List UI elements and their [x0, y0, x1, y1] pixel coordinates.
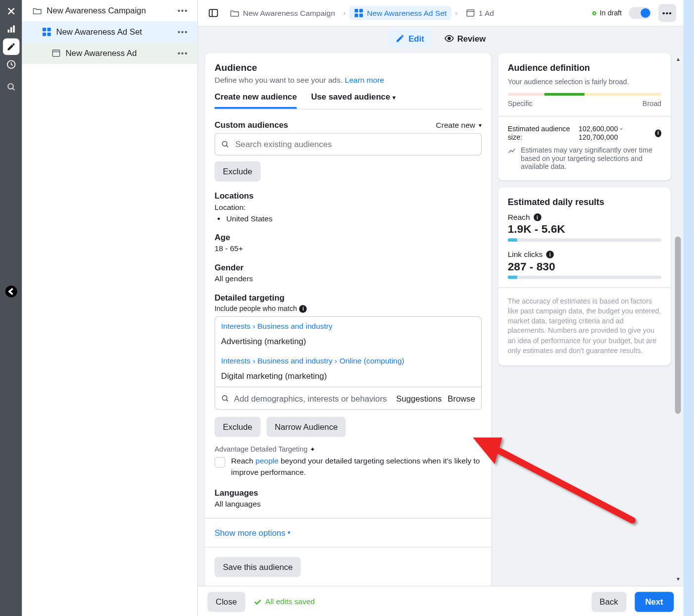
info-icon[interactable]: i [546, 251, 554, 258]
crumb-adset[interactable]: New Awareness Ad Set [349, 6, 451, 20]
gauge-specific: Specific [508, 100, 533, 108]
chevron-right-icon: › [455, 9, 457, 17]
svg-rect-1 [10, 27, 12, 33]
pencil-icon[interactable] [2, 39, 19, 55]
tab-use-saved-audience[interactable]: Use saved audience▾ [311, 92, 396, 109]
scrollbar-thumb[interactable] [675, 237, 681, 414]
interest-path-2[interactable]: Interests › Business and industry › Onli… [215, 352, 481, 367]
location-head: Location: [214, 203, 482, 212]
more-icon[interactable]: ••• [175, 27, 191, 37]
audience-definition-title: Audience definition [508, 63, 661, 73]
svg-rect-2 [13, 25, 15, 32]
audience-title: Audience [214, 63, 482, 73]
advantage-targeting-row: Reach people beyond your detailed target… [214, 456, 482, 478]
languages-label: Languages [214, 488, 482, 497]
gauge-broad: Broad [643, 100, 661, 108]
interest-value-2[interactable]: Digital marketing (marketing) [215, 368, 481, 387]
add-targeting-row[interactable]: Add demographics, interests or behaviors… [215, 387, 481, 409]
reach-value: 1.9K - 5.6K [508, 223, 661, 236]
status-label: In draft [599, 9, 622, 17]
more-icon[interactable]: ••• [175, 6, 191, 15]
svg-rect-8 [48, 33, 51, 36]
interest-path-1[interactable]: Interests › Business and industry [215, 317, 481, 333]
location-value: United States [226, 214, 482, 223]
show-more-options-link[interactable]: Show more options▾ [214, 528, 482, 537]
svg-rect-0 [7, 30, 9, 33]
back-button[interactable]: Back [592, 592, 627, 612]
divider [498, 287, 671, 288]
audience-definition-note: Your audience selection is fairly broad. [508, 77, 661, 86]
scroll-up-icon[interactable]: ▴ [674, 54, 682, 63]
tree-item-label: New Awareness Campaign [47, 6, 146, 15]
clicks-value: 287 - 830 [508, 260, 661, 273]
interest-value-1[interactable]: Advertising (marketing) [215, 333, 481, 352]
review-button[interactable]: Review [437, 29, 493, 48]
exclude-targeting-button[interactable]: Exclude [214, 417, 260, 437]
edit-button[interactable]: Edit [389, 29, 432, 48]
breadcrumb: New Awareness Campaign › New Awareness A… [225, 6, 499, 20]
close-icon[interactable] [2, 3, 19, 19]
publish-toggle[interactable] [629, 7, 651, 19]
collapse-icon[interactable] [5, 286, 17, 298]
search-icon [221, 140, 230, 149]
info-icon[interactable]: i [534, 213, 542, 221]
estimate-note: Estimates may vary significantly over ti… [508, 146, 661, 171]
create-new-button[interactable]: Create new▾ [436, 120, 482, 129]
next-button[interactable]: Next [635, 592, 674, 612]
panel-toggle-icon[interactable] [205, 5, 221, 21]
more-icon[interactable]: ••• [175, 49, 191, 58]
advantage-text: Reach people beyond your detailed target… [231, 456, 482, 478]
browse-link[interactable]: Browse [447, 394, 475, 403]
info-icon[interactable]: i [655, 129, 661, 137]
left-rail [0, 0, 22, 616]
svg-point-18 [222, 395, 227, 400]
suggestions-link[interactable]: Suggestions [396, 394, 442, 403]
page-right-strip [683, 0, 694, 616]
people-link[interactable]: people [255, 457, 279, 465]
tree-item-campaign[interactable]: New Awareness Campaign ••• [22, 0, 198, 21]
crumb-label: New Awareness Campaign [243, 8, 335, 17]
crumb-ad[interactable]: 1 Ad [461, 6, 498, 20]
svg-rect-12 [359, 9, 363, 12]
svg-rect-15 [467, 10, 474, 16]
check-icon [253, 598, 262, 606]
tab-create-new-audience[interactable]: Create new audience [214, 92, 297, 109]
footer: Close All edits saved Back Next [198, 586, 683, 616]
narrow-audience-button[interactable]: Narrow Audience [266, 417, 346, 437]
advantage-checkbox[interactable] [214, 457, 225, 467]
crumb-campaign[interactable]: New Awareness Campaign [225, 6, 340, 20]
exclude-button[interactable]: Exclude [214, 161, 260, 182]
locations-label: Locations [214, 191, 482, 201]
close-button[interactable]: Close [207, 592, 245, 612]
trend-icon [508, 147, 516, 155]
svg-rect-6 [48, 28, 51, 31]
search-audiences-field[interactable] [234, 139, 475, 150]
folder-icon [230, 8, 239, 18]
save-audience-button[interactable]: Save this audience [214, 557, 301, 577]
gauge-labels: Specific Broad [508, 100, 661, 108]
scroll-down-icon[interactable]: ▾ [674, 574, 682, 582]
chevron-down-icon: ▾ [393, 94, 396, 101]
search-audiences-input[interactable] [214, 133, 482, 155]
search-icon[interactable] [2, 79, 19, 95]
custom-audiences-label: Custom audiences Create new▾ [214, 120, 482, 129]
estimated-size: Estimated audience size: 102,600,000 - 1… [508, 125, 661, 141]
languages-value: All languages [214, 500, 482, 509]
learn-more-link[interactable]: Learn more [345, 76, 384, 85]
adset-icon [42, 27, 51, 37]
edr-disclaimer: The accuracy of estimates is based on fa… [508, 296, 661, 356]
tree-item-adset[interactable]: New Awareness Ad Set ••• [22, 21, 198, 43]
more-button[interactable]: ••• [658, 4, 676, 22]
chart-icon[interactable] [2, 21, 19, 37]
tree-item-ad[interactable]: New Awareness Ad ••• [22, 43, 198, 64]
detailed-targeting-label: Detailed targeting [214, 293, 482, 302]
clock-icon[interactable] [2, 56, 19, 72]
audience-subtitle: Define who you want to see your ads. Lea… [214, 76, 482, 85]
edit-label: Edit [408, 33, 424, 43]
reach-bar [508, 238, 661, 242]
review-label: Review [457, 33, 486, 43]
header: New Awareness Campaign › New Awareness A… [198, 0, 683, 26]
svg-point-4 [8, 84, 13, 89]
chevron-right-icon: › [344, 9, 346, 17]
info-icon[interactable]: i [299, 305, 307, 313]
